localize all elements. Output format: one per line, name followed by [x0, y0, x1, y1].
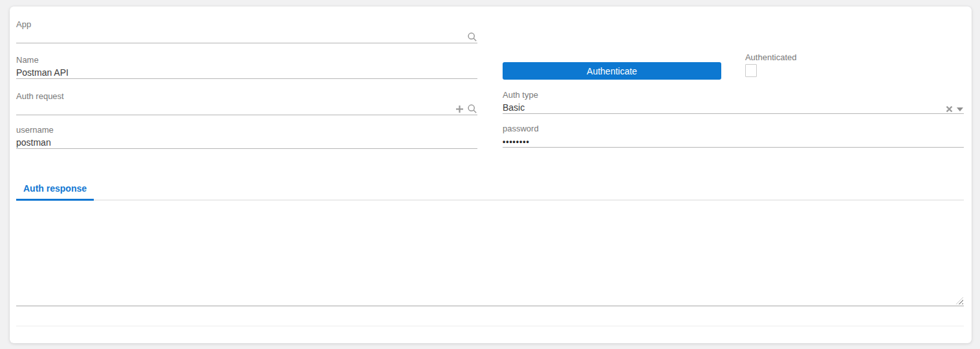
username-input[interactable] [16, 137, 477, 148]
authenticated-label: Authenticated [745, 52, 797, 63]
name-field-label: Name [16, 55, 477, 65]
search-icon[interactable] [467, 104, 477, 114]
auth-type-value[interactable] [503, 102, 964, 113]
auth-type-field: Auth type [503, 90, 964, 114]
name-field-control [16, 67, 477, 79]
tab-bar: Auth response [16, 182, 964, 201]
auth-request-field-control [16, 103, 477, 115]
username-field: username [16, 125, 477, 149]
auth-request-input[interactable] [16, 103, 477, 115]
search-icon[interactable] [467, 32, 477, 42]
auth-type-select[interactable] [503, 102, 964, 114]
auth-request-field: Auth request [16, 91, 477, 115]
bottom-divider [16, 326, 964, 326]
caret-down-icon[interactable] [956, 107, 964, 112]
app-field: App [16, 19, 477, 43]
right-column-spacer [503, 19, 964, 52]
auth-response-textarea[interactable] [16, 201, 964, 306]
plus-icon[interactable] [455, 105, 464, 113]
app-input[interactable] [16, 31, 477, 43]
app-field-control [16, 31, 477, 43]
auth-request-field-label: Auth request [16, 91, 477, 102]
authenticate-button-wrap: Authenticate [503, 52, 721, 80]
password-field-control [503, 135, 964, 148]
name-input[interactable] [16, 67, 477, 78]
password-input[interactable] [503, 136, 964, 148]
authenticated-group: Authenticated [745, 52, 797, 77]
name-field: Name [16, 55, 477, 79]
app-field-label: App [16, 19, 477, 30]
clear-icon[interactable] [946, 106, 953, 113]
authenticate-row: Authenticate Authenticated [503, 52, 964, 80]
password-field-label: password [503, 124, 964, 134]
auth-response-wrap [16, 201, 964, 306]
form-card: App Name Auth requ [10, 6, 972, 343]
left-column: App Name Auth requ [16, 19, 477, 149]
right-column: Authenticate Authenticated Auth type [503, 19, 964, 149]
authenticate-button[interactable]: Authenticate [503, 62, 721, 80]
form-grid: App Name Auth requ [16, 19, 964, 149]
authenticated-checkbox[interactable] [745, 64, 757, 77]
username-field-label: username [16, 125, 477, 135]
username-field-control [16, 137, 477, 149]
password-field: password [503, 124, 964, 148]
tab-auth-response[interactable]: Auth response [16, 183, 94, 199]
auth-type-field-label: Auth type [503, 90, 964, 100]
